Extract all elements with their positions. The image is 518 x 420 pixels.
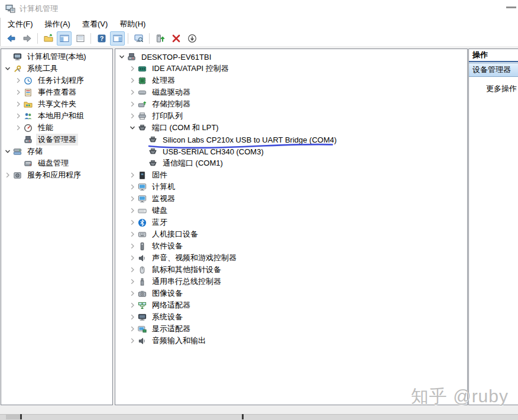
tree-item[interactable]: 键盘 (115, 205, 467, 217)
chevron-right-icon[interactable] (127, 254, 138, 261)
tree-item[interactable]: 本地用户和组 (1, 110, 112, 122)
chevron-right-icon[interactable] (13, 77, 24, 84)
tree-item[interactable]: DESKTOP-EV61TBI (115, 51, 467, 63)
chevron-down-icon[interactable] (2, 148, 13, 155)
tree-item-label: 固件 (150, 169, 169, 181)
taskbar-tick (20, 414, 22, 419)
chevron-right-icon[interactable] (127, 278, 138, 285)
tree-item[interactable]: 打印队列 (115, 110, 467, 122)
chevron-right-icon[interactable] (13, 89, 24, 96)
tree-item[interactable]: 网络适配器 (115, 299, 467, 311)
tree-item[interactable]: 人机接口设备 (115, 228, 467, 240)
usb-controller-icon (138, 277, 148, 286)
menu-view[interactable]: 查看(V) (76, 18, 114, 31)
mouse-icon (138, 266, 148, 274)
audio-io-icon (138, 337, 148, 345)
help-button[interactable]: ? (94, 31, 109, 46)
chevron-down-icon[interactable] (2, 65, 13, 72)
tree-item[interactable]: 系统工具 (1, 63, 112, 75)
tree-item[interactable]: 通信端口 (COM1) (115, 157, 467, 169)
tree-item[interactable]: 音频输入和输出 (115, 335, 467, 347)
chevron-right-icon[interactable] (127, 89, 138, 96)
show-hide-tree-button[interactable] (57, 31, 72, 46)
chevron-right-icon[interactable] (127, 77, 138, 84)
tree-item[interactable]: 共享文件夹 (1, 98, 112, 110)
chevron-right-icon[interactable] (13, 124, 24, 131)
chevron-right-icon[interactable] (127, 112, 138, 119)
tree-item[interactable]: 软件设备 (115, 240, 467, 252)
tree-item-label: 设备管理器 (36, 134, 78, 146)
chevron-right-icon[interactable] (127, 172, 138, 179)
tree-item[interactable]: 设备管理器 (1, 134, 112, 146)
more-actions-button[interactable]: 更多操作 (469, 83, 518, 94)
toolbar-separator (149, 33, 150, 44)
tree-item[interactable]: 显示适配器 (115, 323, 467, 335)
tree-item-label: 性能 (36, 122, 55, 134)
tree-item[interactable]: 计算机管理(本地) (1, 51, 112, 63)
tree-item[interactable]: 存储 (1, 146, 112, 157)
tree-item-label: 事件查看器 (36, 86, 78, 98)
chevron-right-icon[interactable] (127, 302, 138, 309)
chevron-right-icon[interactable] (127, 65, 138, 72)
computer-management-icon (13, 53, 23, 62)
chevron-right-icon[interactable] (127, 325, 138, 332)
menu-help[interactable]: 帮助(H) (114, 18, 151, 31)
chevron-right-icon[interactable] (127, 231, 138, 238)
chevron-right-icon[interactable] (13, 112, 24, 119)
chevron-right-icon[interactable] (127, 219, 138, 226)
action-pane: 操作 设备管理器 更多操作 (468, 49, 518, 405)
disable-device-button[interactable] (184, 31, 199, 46)
tree-item[interactable]: 事件查看器 (1, 86, 112, 98)
chevron-right-icon[interactable] (127, 101, 138, 108)
chevron-right-icon[interactable] (127, 195, 138, 202)
tree-item[interactable]: 系统设备 (115, 311, 467, 323)
tree-item[interactable]: 计算机 (115, 181, 467, 193)
tree-item[interactable]: 磁盘驱动器 (115, 86, 467, 98)
toolbar: ? (0, 31, 518, 47)
back-button[interactable] (4, 31, 18, 46)
tree-item[interactable]: 处理器 (115, 75, 467, 86)
menu-file[interactable]: 文件(F) (2, 18, 39, 31)
chevron-right-icon[interactable] (127, 314, 138, 321)
tree-item[interactable]: Silicon Labs CP210x USB to UART Bridge (… (115, 134, 467, 146)
tree-item[interactable]: 端口 (COM 和 LPT) (115, 122, 467, 134)
chevron-right-icon[interactable] (127, 266, 138, 273)
minimize-button[interactable] (506, 7, 516, 8)
tree-item[interactable]: 图像设备 (115, 287, 467, 299)
chevron-down-icon[interactable] (116, 53, 127, 60)
console-tree-button[interactable] (41, 31, 56, 46)
tree-item[interactable]: IDE ATA/ATAPI 控制器 (115, 63, 467, 75)
tree-item[interactable]: 声音、视频和游戏控制器 (115, 252, 467, 264)
chevron-right-icon[interactable] (127, 337, 138, 344)
forward-button[interactable] (20, 31, 34, 46)
tree-item[interactable]: 服务和应用程序 (1, 169, 112, 181)
show-hide-action-pane-button[interactable] (110, 31, 125, 46)
print-queue-icon (138, 112, 148, 121)
computer-management-app-icon (5, 4, 15, 14)
action-pane-device-manager-item[interactable]: 设备管理器 (469, 63, 518, 77)
tree-item[interactable]: 监视器 (115, 193, 467, 205)
tree-item[interactable]: 磁盘管理 (1, 157, 112, 169)
tree-item[interactable]: 鼠标和其他指针设备 (115, 264, 467, 276)
tree-item[interactable]: 任务计划程序 (1, 75, 112, 86)
chevron-right-icon[interactable] (2, 172, 13, 179)
chevron-right-icon[interactable] (127, 183, 138, 190)
tree-item[interactable]: 通用串行总线控制器 (115, 276, 467, 287)
menu-action[interactable]: 操作(A) (39, 18, 76, 31)
chevron-down-icon[interactable] (127, 124, 138, 131)
tree-item[interactable]: 存储控制器 (115, 98, 467, 110)
tree-item[interactable]: 性能 (1, 122, 112, 134)
tree-item-label: Silicon Labs CP210x USB to UART Bridge (… (161, 135, 338, 145)
chevron-right-icon[interactable] (127, 243, 138, 250)
uninstall-device-button[interactable] (169, 31, 183, 46)
scan-hardware-changes-button[interactable] (153, 31, 167, 46)
remote-computer-button[interactable] (131, 31, 146, 46)
tree-item[interactable]: 蓝牙 (115, 217, 467, 228)
export-list-button[interactable] (73, 31, 88, 46)
chevron-right-icon[interactable] (13, 101, 24, 108)
performance-icon (24, 124, 34, 133)
chevron-right-icon[interactable] (127, 207, 138, 214)
chevron-right-icon[interactable] (127, 290, 138, 297)
tree-item[interactable]: 固件 (115, 169, 467, 181)
tree-item[interactable]: USB-SERIAL CH340 (COM3) (115, 146, 467, 157)
